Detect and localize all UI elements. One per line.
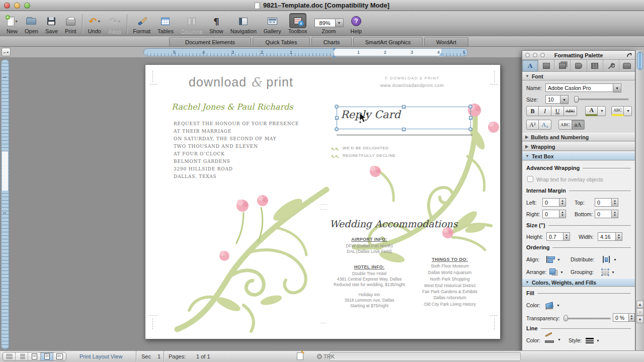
palette-minimize-button[interactable] — [533, 53, 537, 57]
align-button[interactable]: ▼ — [546, 254, 560, 264]
right-margin-stepper[interactable]: ▲▼ — [559, 210, 566, 218]
small-caps-button[interactable]: ABC — [558, 120, 572, 130]
selection-handle[interactable] — [335, 116, 339, 120]
font-name-combobox[interactable]: Adobe Caslon Pro — [545, 83, 613, 92]
notebook-view-button[interactable] — [53, 352, 66, 360]
reply-card-text[interactable]: Reply Card — [341, 109, 400, 121]
print-button[interactable]: Print — [61, 13, 80, 34]
arrange-button[interactable]: ▼ — [549, 267, 564, 277]
undo-dropdown-arrow[interactable]: ▾ — [98, 19, 100, 24]
horizontal-ruler[interactable]: 5 4 3 2 1 1 2 3 4 5 — [143, 48, 468, 56]
gallery-button[interactable]: Gallery — [260, 13, 285, 34]
right-margin-input[interactable]: 0 — [542, 210, 559, 218]
selection-handle[interactable] — [468, 105, 472, 109]
tab-charts[interactable]: Charts — [311, 37, 352, 46]
grouping-button[interactable]: ▼ — [602, 267, 615, 277]
font-size-slider[interactable] — [575, 99, 629, 100]
open-button[interactable]: Open — [21, 13, 42, 34]
transparency-input[interactable]: 0 % — [613, 313, 629, 322]
width-stepper[interactable]: ▲▼ — [616, 232, 622, 241]
italic-button[interactable]: I — [539, 106, 551, 116]
formatting-palette[interactable]: Formatting Palette A ▼Font Name: Adobe C… — [522, 50, 635, 362]
palette-collapse-icon[interactable] — [626, 52, 632, 58]
zoom-input[interactable]: 89% — [314, 19, 336, 27]
tab-stop-selector[interactable]: ⌐▾ — [2, 48, 11, 56]
print-layout-view-button[interactable] — [41, 352, 53, 360]
subscript-button[interactable]: A₂ — [539, 120, 551, 130]
scrapbook-tab[interactable] — [554, 60, 571, 71]
selection-handle[interactable] — [402, 128, 406, 131]
minimize-window-button[interactable] — [14, 3, 20, 9]
distribute-button[interactable]: ▼ — [602, 254, 617, 264]
font-size-combobox[interactable]: 10 — [545, 95, 560, 104]
indent-marker[interactable] — [332, 48, 337, 57]
selection-handle[interactable] — [468, 127, 472, 131]
font-size-slider-thumb[interactable] — [574, 96, 579, 103]
track-changes-indicator[interactable]: TRK — [317, 353, 335, 359]
font-color-button[interactable]: A — [585, 106, 598, 116]
selection-handle[interactable] — [402, 105, 406, 109]
new-dropdown-arrow[interactable]: ▾ — [16, 19, 18, 24]
font-name-dropdown-arrow[interactable]: ▼ — [613, 83, 621, 93]
format-button[interactable]: Format — [129, 13, 154, 34]
formatting-palette-tab[interactable]: A — [522, 60, 538, 71]
reference-tools-tab[interactable] — [571, 60, 587, 71]
fill-color-button[interactable]: ▼ — [545, 300, 560, 310]
compatibility-report-tab[interactable] — [603, 60, 619, 71]
left-margin-input[interactable]: 0 — [542, 198, 559, 207]
bottom-margin-input[interactable]: 0 — [595, 210, 612, 218]
wrap-text-checkbox[interactable] — [527, 176, 533, 182]
left-margin-stepper[interactable]: ▲▼ — [559, 198, 566, 207]
selection-handle[interactable] — [335, 127, 339, 131]
tab-wordart[interactable]: WordArt — [424, 37, 468, 46]
palette-zoom-button[interactable] — [540, 53, 545, 57]
normal-view-button[interactable] — [3, 352, 16, 360]
transparency-slider-thumb[interactable] — [564, 315, 568, 321]
vertical-scrollbar[interactable]: ▲ ○ ▼ — [635, 50, 644, 362]
highlight-dropdown-arrow[interactable]: ▼ — [624, 106, 632, 116]
bottom-margin-stepper[interactable]: ▲▼ — [612, 210, 618, 218]
font-size-dropdown-arrow[interactable]: ▼ — [560, 95, 569, 104]
palette-close-button[interactable] — [525, 53, 530, 57]
page-edit-icon[interactable] — [297, 352, 303, 360]
navigation-button[interactable]: Navigation — [227, 13, 260, 34]
zoom-dropdown-arrow[interactable]: ▾ — [336, 19, 344, 27]
top-margin-input[interactable]: 0 — [595, 198, 612, 207]
show-button[interactable]: ¶ Show — [206, 13, 227, 34]
font-color-dropdown-arrow[interactable]: ▼ — [598, 106, 606, 116]
line-style-button[interactable]: ▼ — [586, 335, 600, 345]
selection-handle[interactable] — [335, 105, 339, 109]
zoom-window-button[interactable] — [24, 3, 30, 9]
width-input[interactable]: 4.16 — [598, 232, 616, 241]
font-section-header[interactable]: ▼Font — [522, 72, 635, 80]
undo-button[interactable]: ↶▾ Undo — [85, 13, 105, 34]
transparency-slider[interactable] — [565, 318, 611, 319]
colors-section-header[interactable]: ▼Colors, Weights, and Fills — [522, 278, 635, 287]
toolbox-button[interactable]: i Toolbox — [285, 13, 311, 34]
change-case-button[interactable]: aA — [572, 120, 585, 130]
publishing-view-button[interactable] — [28, 352, 41, 360]
scroll-up-button[interactable]: ▲ — [636, 301, 643, 308]
palette-title-bar[interactable]: Formatting Palette — [522, 51, 635, 60]
object-palette-tab[interactable] — [538, 60, 554, 71]
line-color-button[interactable]: ▼ — [545, 334, 561, 344]
citations-tab[interactable] — [587, 60, 603, 71]
projects-tab[interactable] — [619, 60, 635, 71]
reply-card-textbox[interactable]: Reply Card — [337, 107, 471, 129]
transparency-stepper[interactable]: ▲▼ — [629, 313, 635, 322]
superscript-button[interactable]: A² — [526, 120, 539, 130]
tab-quick-tables[interactable]: Quick Tables — [253, 37, 310, 46]
new-button[interactable]: +▾ New — [3, 13, 21, 34]
highlight-button[interactable]: ABC — [611, 106, 624, 116]
scrollbar-thumb[interactable] — [637, 52, 643, 70]
selection-handle[interactable] — [469, 116, 472, 120]
textbox-section-header[interactable]: ▼Text Box — [522, 152, 635, 160]
bold-button[interactable]: B — [526, 106, 539, 116]
help-button[interactable]: ? Help — [347, 13, 366, 34]
height-input[interactable]: 0.7 — [546, 232, 564, 241]
vertical-ruler[interactable]: 1 1 — [1, 59, 9, 349]
document-page[interactable]: download & print © DOWNLOAD & PRINT www.… — [145, 64, 501, 339]
height-stepper[interactable]: ▲▼ — [564, 232, 570, 241]
close-window-button[interactable] — [4, 3, 10, 9]
top-margin-stepper[interactable]: ▲▼ — [612, 198, 618, 207]
